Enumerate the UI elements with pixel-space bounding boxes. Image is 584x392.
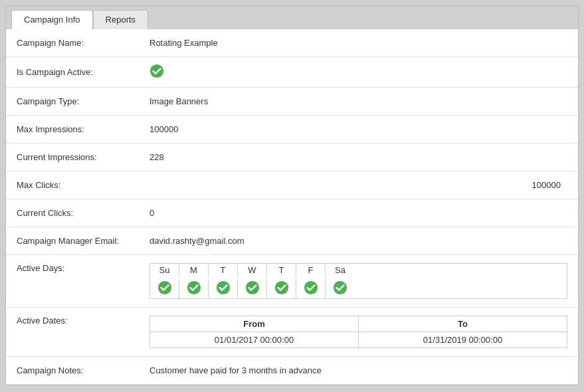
max-impressions-label: Max Impressions: — [17, 124, 149, 134]
day-header-su: Su — [150, 264, 179, 276]
current-clicks-label: Current Clicks: — [17, 208, 149, 218]
active-dates-grid: From To 01/01/2017 00:00:00 01/31/2019 0… — [149, 316, 567, 348]
tab-campaign-info[interactable]: Campaign Info — [11, 10, 93, 29]
check-f-icon — [304, 280, 318, 295]
svg-point-7 — [334, 281, 347, 294]
svg-point-2 — [187, 281, 200, 294]
day-header-t1: T — [209, 264, 238, 276]
current-impressions-row: Current Impressions: 228 — [6, 144, 578, 171]
is-active-row: Is Campaign Active: — [6, 57, 578, 88]
dates-value-row: 01/01/2017 00:00:00 01/31/2019 00:00:00 — [150, 332, 567, 347]
check-sa-icon — [333, 280, 347, 295]
current-clicks-row: Current Clicks: 0 — [6, 199, 578, 227]
day-header-w: W — [238, 264, 267, 276]
day-header-m: M — [179, 264, 209, 276]
main-container: Campaign Info Reports Campaign Name: Rot… — [5, 5, 579, 385]
check-m-icon — [187, 280, 201, 295]
svg-point-6 — [304, 281, 317, 294]
day-header-f: F — [296, 264, 326, 276]
svg-point-3 — [216, 281, 229, 294]
check-t1-icon — [216, 280, 231, 295]
day-check-su — [150, 279, 179, 298]
dates-from-header: From — [150, 316, 359, 332]
days-header-row: Su M T W T F Sa — [150, 264, 567, 276]
day-check-f — [296, 279, 326, 298]
active-check-icon — [149, 64, 164, 78]
current-impressions-value: 228 — [149, 152, 567, 162]
campaign-name-label: Campaign Name: — [17, 38, 149, 48]
check-t2-icon — [274, 280, 289, 295]
active-days-label: Active Days: — [17, 263, 149, 273]
max-impressions-value: 100000 — [149, 124, 567, 134]
svg-point-0 — [150, 64, 163, 78]
max-clicks-row: Max Clicks: 100000 — [6, 171, 578, 199]
max-clicks-label: Max Clicks: — [17, 180, 149, 190]
days-check-row — [150, 279, 567, 298]
campaign-notes-label: Campaign Notes: — [17, 365, 149, 375]
current-clicks-value: 0 — [149, 208, 567, 218]
current-impressions-label: Current Impressions: — [17, 152, 149, 162]
dates-from-value: 01/01/2017 00:00:00 — [150, 332, 359, 347]
tab-reports[interactable]: Reports — [93, 10, 149, 29]
active-dates-label: Active Dates: — [17, 316, 149, 326]
active-days-row: Active Days: Su M T W T F Sa — [6, 255, 578, 308]
svg-point-4 — [245, 281, 258, 294]
manager-email-row: Campaign Manager Email: david.rashty@gma… — [6, 227, 578, 255]
day-header-sa: Sa — [326, 264, 355, 276]
dates-to-header: To — [359, 316, 567, 332]
is-active-label: Is Campaign Active: — [17, 67, 149, 77]
active-days-grid: Su M T W T F Sa — [149, 263, 567, 299]
is-active-value — [149, 64, 567, 80]
campaign-name-row: Campaign Name: Rotating Example — [6, 29, 578, 57]
max-clicks-right-value: 100000 — [532, 180, 567, 190]
tab-content: Campaign Name: Rotating Example Is Campa… — [6, 29, 578, 385]
manager-email-value: david.rashty@gmail.com — [149, 236, 567, 246]
check-w-icon — [245, 280, 260, 295]
tab-bar: Campaign Info Reports — [6, 6, 578, 29]
svg-point-1 — [157, 281, 171, 294]
active-dates-row: Active Dates: From To 01/01/2017 00:00:0… — [6, 308, 578, 357]
days-table: Su M T W T F Sa — [149, 263, 567, 299]
dates-header-row: From To — [150, 316, 567, 332]
check-su-icon — [157, 280, 172, 295]
day-check-w — [238, 279, 267, 298]
day-check-m — [179, 279, 209, 298]
day-check-sa — [326, 279, 355, 298]
day-check-t2 — [267, 279, 296, 298]
svg-point-5 — [274, 281, 288, 294]
campaign-type-row: Campaign Type: Image Banners — [6, 88, 578, 116]
campaign-type-value: Image Banners — [149, 96, 567, 106]
campaign-name-value: Rotating Example — [149, 38, 567, 48]
day-header-t2: T — [267, 264, 296, 276]
dates-to-value: 01/31/2019 00:00:00 — [359, 332, 567, 347]
campaign-type-label: Campaign Type: — [17, 96, 149, 106]
campaign-notes-row: Campaign Notes: Customer have paid for 3… — [6, 357, 578, 385]
day-check-t1 — [209, 279, 238, 298]
manager-email-label: Campaign Manager Email: — [17, 236, 149, 246]
dates-table: From To 01/01/2017 00:00:00 01/31/2019 0… — [149, 316, 567, 348]
campaign-notes-value: Customer have paid for 3 months in advan… — [149, 365, 567, 375]
max-impressions-row: Max Impressions: 100000 — [6, 116, 578, 144]
